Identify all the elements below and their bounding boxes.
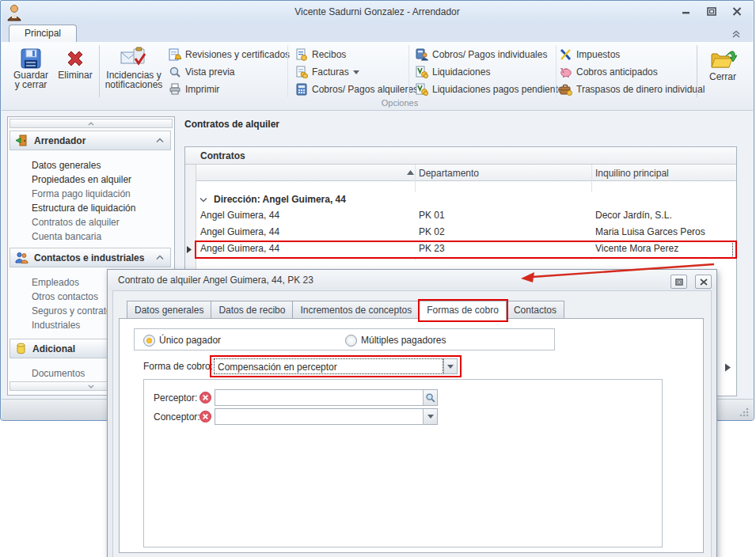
cell-inquilino: Decor Jardín, S.L.	[595, 210, 672, 221]
contract-dialog: Contrato de alquiler Angel Guimera, 44, …	[107, 269, 717, 557]
sidebar-item-industriales[interactable]: Industriales	[32, 318, 80, 332]
preview-button[interactable]: Vista previa	[169, 66, 234, 78]
resize-grip[interactable]	[739, 407, 750, 418]
button-label: Liquidaciones pagos pendientes	[432, 84, 568, 95]
sidebar-top-splitter[interactable]	[9, 119, 173, 128]
window-title: Vicente Sadurni Gonzalez - Arrendador	[2, 6, 753, 17]
dropdown-caret-icon	[353, 70, 359, 74]
button-label: Cobros/ Pagos alquileres	[312, 84, 418, 95]
forma-de-cobro-dropdown-button[interactable]	[443, 358, 458, 374]
button-label: Cobros anticipados	[576, 66, 658, 78]
forma-de-cobro-select[interactable]: Compensación en perceptor	[214, 358, 443, 374]
settlements-icon	[416, 66, 428, 78]
pending-settlements-button[interactable]: Liquidaciones pagos pendientes	[416, 83, 568, 96]
pending-settlements-icon	[416, 83, 428, 96]
calculator-person-icon	[416, 48, 428, 61]
revisions-certificates-button[interactable]: Revisiones y certificados	[169, 48, 290, 61]
group-collapse-icon[interactable]	[199, 197, 207, 203]
receipts-button[interactable]: Recibos	[295, 48, 346, 61]
chevron-up-icon	[156, 255, 164, 260]
rent-payments-button[interactable]: Cobros/ Pagos alquileres	[295, 83, 418, 96]
grid-caption: Contratos	[200, 150, 245, 161]
calculator-icon	[295, 83, 308, 96]
dialog-maximize-button[interactable]	[671, 275, 687, 289]
forma-de-cobro-value: Compensación en perceptor	[218, 362, 337, 373]
sidebar-item-datos-generales[interactable]: Datos generales	[32, 158, 101, 172]
button-label: Liquidaciones	[432, 66, 490, 78]
ribbon-collapse-icon[interactable]	[731, 29, 742, 39]
sidebar-item-empleados[interactable]: Empleados	[32, 275, 79, 290]
tab-incrementos-de-conceptos[interactable]: Incrementos de conceptos	[293, 301, 420, 320]
save-and-close-button[interactable]: Guardar y cerrar	[10, 44, 51, 99]
sidebar-group-arrendador[interactable]: Arrendador	[9, 131, 171, 150]
tab-contactos[interactable]: Contactos	[507, 301, 564, 320]
cell-direccion: Angel Guimera, 44	[200, 226, 279, 237]
close-button[interactable]	[731, 6, 743, 17]
taxes-icon	[560, 48, 572, 61]
chevron-down-icon	[447, 365, 454, 369]
group-row[interactable]: Dirección: Angel Guimera, 44	[196, 192, 736, 208]
dialog-title: Contrato de alquiler Angel Guimera, 44, …	[118, 275, 313, 286]
piggy-bank-icon	[560, 66, 572, 78]
grid-caption-band: Contratos	[185, 147, 736, 165]
sidebar-item-documentos[interactable]: Documentos	[32, 366, 85, 381]
sidebar-item-propiedades-en-alquiler[interactable]: Propiedades en alquiler	[32, 172, 131, 187]
contacts-icon	[15, 251, 28, 264]
button-label: Traspasos de dinero individual	[576, 84, 705, 95]
invoices-button[interactable]: Facturas	[295, 66, 359, 78]
invoices-icon	[295, 66, 308, 78]
search-icon	[425, 392, 435, 403]
conceptor-label: Conceptor:	[154, 411, 200, 422]
perceptor-input[interactable]	[215, 389, 438, 406]
cell-departamento: PK 01	[419, 210, 445, 221]
minimize-button[interactable]	[680, 6, 693, 17]
radio-unico-pagador[interactable]	[143, 335, 155, 347]
dialog-close-button[interactable]	[695, 275, 712, 289]
tab-datos-generales[interactable]: Datos generales	[127, 301, 211, 320]
taxes-button[interactable]: Impuestos	[560, 48, 620, 61]
button-label: Cerrar	[709, 72, 736, 81]
current-row-arrow-icon	[186, 246, 192, 253]
money-transfers-button[interactable]: Traspasos de dinero individual	[560, 83, 705, 96]
sidebar-group-contactos[interactable]: Contactos e industriales	[9, 248, 171, 267]
tab-principal[interactable]: Principal	[9, 25, 77, 43]
sidebar-item-otros-contactos[interactable]: Otros contactos	[32, 290, 98, 304]
screenshot-root: Vicente Sadurni Gonzalez - Arrendador Pr…	[0, 0, 756, 557]
individual-payments-button[interactable]: Cobros/ Pagos individuales	[416, 48, 547, 61]
tab-page-formas-de-cobro: Único pagador Múltiples pagadores Forma …	[119, 318, 704, 553]
ribbon-tab-row: Principal	[2, 23, 753, 42]
perceptor-search-button[interactable]	[423, 390, 437, 405]
radio-multiples-pagadores[interactable]	[345, 335, 357, 347]
column-header-departamento[interactable]: Departamento	[419, 168, 479, 179]
button-label: Impuestos	[576, 49, 620, 60]
tab-datos-de-recibo[interactable]: Datos de recibo	[211, 301, 293, 320]
grid-next-arrow-icon[interactable]	[724, 363, 731, 372]
sidebar-item-estructura-de-liquidacion[interactable]: Estructura de liquidación	[32, 201, 135, 215]
print-button[interactable]: Imprimir	[169, 83, 219, 96]
printer-icon	[169, 83, 181, 96]
dialog-client-area: Datos generales Datos de recibo Incremen…	[112, 290, 712, 557]
sidebar-item-seguros-y-contratos[interactable]: Seguros y contratos	[32, 304, 116, 318]
conceptor-dropdown-button[interactable]	[423, 409, 437, 424]
sidebar-item-contratos-de-alquiler[interactable]: Contratos de alquiler	[32, 215, 120, 229]
settlements-button[interactable]: Liquidaciones	[416, 66, 490, 78]
validation-error-icon	[199, 411, 211, 422]
advance-collections-button[interactable]: Cobros anticipados	[560, 66, 658, 78]
ribbon-close-button[interactable]: Cerrar	[700, 44, 746, 99]
maximize-button[interactable]	[705, 6, 718, 17]
incidents-notifications-button[interactable]: Incidencias y notificaciones	[101, 44, 166, 99]
main-titlebar: Vicente Sadurni Gonzalez - Arrendador	[2, 1, 753, 23]
button-label: Facturas	[312, 66, 349, 78]
tab-formas-de-cobro[interactable]: Formas de cobro	[420, 301, 507, 320]
table-row[interactable]: Angel Guimera, 44 PK 01 Decor Jardín, S.…	[196, 207, 736, 225]
sidebar-item-cuenta-bancaria[interactable]: Cuenta bancaria	[32, 229, 101, 244]
close-folder-icon	[709, 47, 737, 72]
button-label: Recibos	[312, 49, 346, 60]
button-label: Revisiones y certificados	[185, 49, 290, 60]
conceptor-select[interactable]	[215, 408, 438, 425]
delete-button[interactable]: Eliminar	[53, 44, 97, 99]
sidebar-item-forma-pago-liquidacion[interactable]: Forma pago liquidación	[32, 187, 131, 201]
cell-departamento: PK 02	[419, 226, 445, 237]
table-row[interactable]: Angel Guimera, 44 PK 02 Maria Luisa Garc…	[196, 224, 736, 241]
column-header-inquilino-principal[interactable]: Inquilino principal	[595, 168, 669, 179]
